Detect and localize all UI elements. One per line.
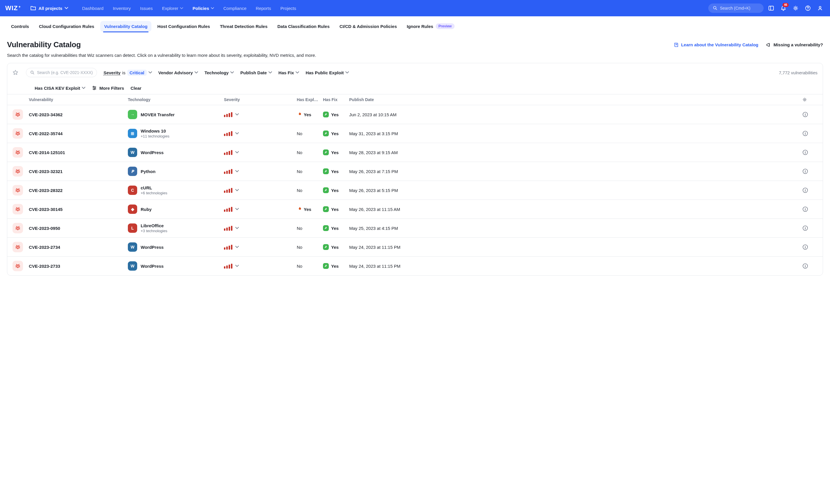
subtab-data-classification-rules[interactable]: Data Classification Rules [274, 21, 334, 32]
chevron-down-icon [235, 151, 239, 154]
chevron-down-icon [345, 71, 349, 74]
table-row[interactable]: CVE-2023-2733WWordPressNoYesMay 24, 2023… [7, 256, 823, 275]
severity-cell[interactable] [224, 207, 297, 212]
row-info-button[interactable] [802, 130, 818, 136]
table-row[interactable]: CVE-2023-32321𝙋PythonNoYesMay 26, 2023 a… [7, 162, 823, 181]
project-switcher[interactable]: All projects [27, 3, 71, 13]
nav-item-explorer[interactable]: Explorer [158, 3, 187, 13]
fire-icon [297, 112, 302, 117]
tech-cell: CcURL+6 technologies [128, 185, 224, 195]
notifications-button[interactable]: 46 [779, 3, 788, 13]
search-icon [30, 70, 35, 75]
subtab-host-configuration-rules[interactable]: Host Configuration Rules [153, 21, 214, 32]
table-row[interactable]: CVE-2014-125101WWordPressNoYesMay 28, 20… [7, 143, 823, 162]
severity-cell[interactable] [224, 264, 297, 269]
severity-bars-icon [224, 264, 232, 269]
subtab-threat-detection-rules[interactable]: Threat Detection Rules [216, 21, 272, 32]
gear-icon [793, 5, 799, 11]
nav-item-policies[interactable]: Policies [188, 3, 218, 13]
filter-publish-date[interactable]: Publish Date [240, 70, 272, 75]
row-info-button[interactable] [802, 244, 818, 250]
chevron-down-icon [195, 71, 198, 74]
subtab-ignore-rules[interactable]: Ignore RulesPreview [403, 21, 459, 32]
vuln-id: CVE-2014-125101 [29, 150, 128, 155]
severity-cell[interactable] [224, 188, 297, 193]
table-row[interactable]: CVE-2023-30145◆RubyYesYesMay 26, 2023 at… [7, 199, 823, 219]
row-info-button[interactable] [802, 112, 818, 117]
row-info-button[interactable] [802, 263, 818, 269]
has-fix: Yes [323, 168, 349, 174]
has-exploit: No [297, 169, 323, 174]
filter-vendor-advisory[interactable]: Vendor Advisory [158, 70, 198, 75]
publish-date: May 31, 2023 at 3:15 PM [349, 131, 802, 136]
col-has-exploit: Has Expl… [297, 97, 323, 102]
publish-date: May 28, 2023 at 9:15 AM [349, 150, 802, 155]
global-search[interactable]: Search (Cmd+K) [708, 3, 764, 13]
filter-technology[interactable]: Technology [204, 70, 234, 75]
severity-cell[interactable] [224, 150, 297, 155]
row-info-button[interactable] [802, 168, 818, 174]
filter-has-public-exploit[interactable]: Has Public Exploit [306, 70, 349, 75]
help-button[interactable] [803, 3, 812, 13]
row-info-button[interactable] [802, 150, 818, 155]
brand-logo[interactable]: WIZ ✦ [5, 4, 23, 12]
settings-button[interactable] [791, 3, 800, 13]
subtab-ci-cd-admission-policies[interactable]: CI/CD & Admission Policies [336, 21, 401, 32]
filter-has-fix[interactable]: Has Fix [279, 70, 299, 75]
bug-icon [12, 128, 23, 139]
bug-icon [12, 261, 23, 271]
catalog-search[interactable]: Search (e.g. CVE-2021-XXXX) [26, 68, 97, 77]
learn-link[interactable]: Learn about the Vulnerability Catalog [674, 42, 758, 48]
table-row[interactable]: CVE-2022-35744⊞Windows 10+11 technologie… [7, 124, 823, 143]
missing-vuln-link[interactable]: Missing a vulnerability? [766, 42, 823, 48]
nav-item-dashboard[interactable]: Dashboard [78, 3, 107, 13]
subtab-vulnerability-catalog[interactable]: Vulnerability Catalog [100, 21, 152, 32]
severity-cell[interactable] [224, 169, 297, 174]
favorite-toggle[interactable] [11, 68, 20, 76]
wrench-icon [323, 130, 329, 136]
table-row[interactable]: CVE-2023-2734WWordPressNoYesMay 24, 2023… [7, 238, 823, 256]
bug-icon [12, 166, 23, 177]
panel-toggle-button[interactable] [767, 3, 776, 13]
account-button[interactable] [816, 3, 825, 13]
severity-cell[interactable] [224, 131, 297, 136]
wrench-icon [323, 263, 329, 269]
has-exploit: Yes [297, 112, 323, 117]
info-icon [802, 206, 808, 212]
col-vulnerability: Vulnerability [29, 97, 128, 102]
table-row[interactable]: CVE-2023-0950LLibreOffice+3 technologies… [7, 219, 823, 238]
clear-filters-button[interactable]: Clear [130, 86, 141, 91]
severity-cell[interactable] [224, 245, 297, 250]
row-info-button[interactable] [802, 206, 818, 212]
table-row[interactable]: CVE-2023-28322CcURL+6 technologiesNoYesM… [7, 181, 823, 199]
nav-item-projects[interactable]: Projects [276, 3, 300, 13]
subtab-cloud-configuration-rules[interactable]: Cloud Configuration Rules [35, 21, 98, 32]
wrench-icon [323, 112, 329, 117]
filter-cisa-kev-label: Has CISA KEV Exploit [35, 86, 80, 91]
filter-label: Technology [204, 70, 229, 75]
nav-item-compliance[interactable]: Compliance [219, 3, 251, 13]
column-settings-button[interactable] [802, 97, 818, 102]
severity-cell[interactable] [224, 226, 297, 231]
subtab-label: Threat Detection Rules [220, 24, 267, 29]
tech-icon: W [128, 261, 137, 271]
subtab-controls[interactable]: Controls [7, 21, 33, 32]
nav-item-issues[interactable]: Issues [136, 3, 157, 13]
nav-item-reports[interactable]: Reports [252, 3, 275, 13]
publish-date: May 26, 2023 at 7:15 PM [349, 169, 802, 174]
severity-bars-icon [224, 131, 232, 136]
filter-cisa-kev[interactable]: Has CISA KEV Exploit [35, 86, 85, 91]
table-header: Vulnerability Technology Severity Has Ex… [7, 94, 823, 105]
bug-icon [12, 242, 23, 252]
has-fix: Yes [323, 150, 349, 155]
more-filters-button[interactable]: More Filters [92, 85, 124, 91]
search-icon [713, 6, 717, 10]
table-row[interactable]: CVE-2023-34362→MOVEit TransferYesYesJun … [7, 105, 823, 124]
gear-icon [802, 97, 807, 102]
nav-item-inventory[interactable]: Inventory [108, 3, 135, 13]
severity-cell[interactable] [224, 112, 297, 117]
filter-severity[interactable]: Severity is Critical [103, 70, 152, 76]
row-info-button[interactable] [802, 225, 818, 231]
vuln-id: CVE-2023-32321 [29, 169, 128, 174]
row-info-button[interactable] [802, 187, 818, 193]
